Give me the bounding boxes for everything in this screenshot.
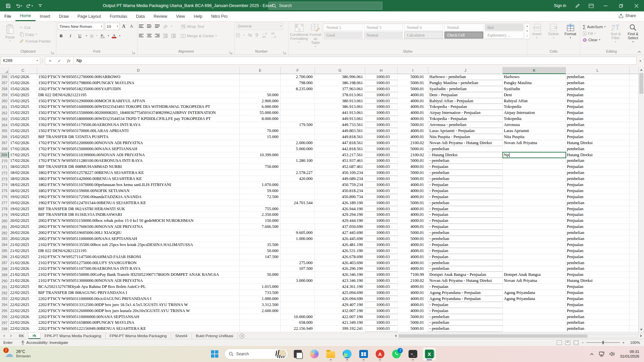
cell-F258[interactable]: 8.235.000 <box>281 86 315 92</box>
cell-F289[interactable] <box>281 272 315 278</box>
cell-E286[interactable]: 147.500 <box>240 254 281 260</box>
tray-chevron-up-icon[interactable] <box>590 353 594 356</box>
cell-D285[interactable]: DR 022 DENI/62821221195 <box>37 248 240 254</box>
row-header-277[interactable]: 277 <box>0 200 9 206</box>
cell-L283[interactable]: pembelian <box>566 236 630 242</box>
cell-I257[interactable]: 5000.01 <box>397 80 428 86</box>
cell-C297[interactable]: 22/02/2026 <box>9 320 37 326</box>
cell-E294[interactable]: 3.312.500 <box>240 302 281 308</box>
cell-J293[interactable]: Agung Priyandana - Penjualan <box>428 296 503 302</box>
column-header-d[interactable]: D <box>37 67 240 74</box>
taskbar-search-box[interactable]: Search <box>224 349 288 359</box>
cell-F279[interactable] <box>281 212 315 218</box>
network-icon[interactable] <box>599 352 605 357</box>
cell-F263[interactable] <box>281 116 315 122</box>
cell-C258[interactable]: 15/02/2026 <box>9 86 37 92</box>
cell-J285[interactable]: - Penjualan <box>428 248 503 254</box>
ribbon-tab-home[interactable]: Home <box>15 11 35 21</box>
cell-L291[interactable]: Penjualan <box>566 284 630 290</box>
cell-G292[interactable]: 425.094.690 <box>315 290 365 296</box>
cell-I280[interactable]: 4000.01 <box>397 218 428 224</box>
cell-H267[interactable]: 1000.03 <box>365 140 397 146</box>
normal-view-icon[interactable] <box>557 341 562 345</box>
cell-F265[interactable] <box>281 128 315 134</box>
cell-C287[interactable]: 21/02/2026 <box>9 260 37 266</box>
cell-K265[interactable]: Laras Apriamti <box>503 128 566 134</box>
cell-E285[interactable]: 50.000 <box>240 248 281 254</box>
cell-L281[interactable]: Penjualan <box>566 224 630 230</box>
alignment-dialog-launcher[interactable] <box>229 51 232 54</box>
cell-K261[interactable]: Tokopedia <box>503 104 566 110</box>
cell-G298[interactable]: 399.192.241 <box>315 326 365 332</box>
cell-D274[interactable]: 1802/FTSCY/WS950311070000.00pelunasan bo… <box>37 182 240 188</box>
cell-H278[interactable]: 1000.03 <box>365 206 397 212</box>
cell-E284[interactable]: 35.500 <box>240 242 281 248</box>
cell-C286[interactable]: 21/02/2025 <box>9 254 37 260</box>
cell-style-explanatory-[interactable]: Explanatory ... <box>485 32 524 39</box>
row-header-294[interactable]: 294 <box>0 302 9 308</box>
row-header-283[interactable]: 283 <box>0 236 9 242</box>
increase-decimal-icon[interactable]: ←.0.00 <box>261 32 267 39</box>
cell-E263[interactable]: 8.000.000 <box>240 116 281 122</box>
bold-button[interactable]: B <box>58 33 64 39</box>
cell-I267[interactable]: 2100.02 <box>397 140 428 146</box>
column-header-c[interactable]: C <box>9 67 37 74</box>
cell-G271[interactable]: 452.687.461 <box>315 164 365 170</box>
column-header-k[interactable]: K <box>503 67 566 74</box>
cell-D283[interactable]: 2002/FTSCY/WS950511000000.00NANA SEPTIAN… <box>37 236 240 242</box>
row-header-287[interactable]: 287 <box>0 260 9 266</box>
select-all-corner[interactable] <box>0 67 9 74</box>
autosum-button[interactable]: ∑AutoSum▾ <box>582 23 607 30</box>
copilot-button[interactable] <box>308 347 321 361</box>
cell-D272[interactable]: 1802/FTSCY/WS950512578227.00BENUA SEJAHT… <box>37 170 240 176</box>
cell-J265[interactable]: Laras Apriamti - Penjualan <box>428 128 503 134</box>
format-painter-button[interactable]: Format Painter <box>19 38 52 44</box>
cell-F287[interactable]: 275.000 <box>281 260 315 266</box>
cell-K269[interactable]: Np <box>503 152 566 158</box>
cell-K276[interactable] <box>503 194 566 200</box>
zoom-slider-knob[interactable] <box>602 341 604 344</box>
zoom-in-icon[interactable]: + <box>622 341 625 345</box>
page-break-view-icon[interactable] <box>574 341 579 345</box>
cell-L275[interactable]: Penjualan <box>566 188 630 194</box>
draw-pen-button[interactable] <box>571 0 584 11</box>
cell-I265[interactable]: 4000.01 <box>397 128 428 134</box>
row-header-284[interactable]: 284 <box>0 242 9 248</box>
cell-J262[interactable]: Airpay Internation - Penjualan <box>428 110 503 116</box>
cell-K298[interactable] <box>503 326 566 332</box>
cell-H269[interactable]: 1000.03 <box>365 152 397 158</box>
cell-J264[interactable]: Aeronusa - pembelian <box>428 122 503 128</box>
page-layout-view-icon[interactable] <box>565 341 570 345</box>
cell-H274[interactable]: 1000.03 <box>365 182 397 188</box>
new-sheet-button[interactable]: + <box>238 333 247 339</box>
weather-widget[interactable]: ☁2 26°C Berawan <box>0 350 31 358</box>
cell-L295[interactable]: Penjualan <box>566 308 630 314</box>
cell-G285[interactable]: 426.531.190 <box>315 248 365 254</box>
cell-F275[interactable] <box>281 188 315 194</box>
cell-L276[interactable]: Penjualan <box>566 194 630 200</box>
cell-I298[interactable]: 5000.01 <box>397 326 428 332</box>
cell-F262[interactable] <box>281 110 315 116</box>
cell-D282[interactable]: 2002/FTSCY/WS950519605000.00LI XIAOQIU <box>37 230 240 236</box>
cell-F297[interactable]: 658.000 <box>281 320 315 326</box>
cell-I296[interactable]: 5000.01 <box>397 314 428 320</box>
cell-C261[interactable]: 15/02/2025 <box>9 104 37 110</box>
cell-C266[interactable]: 15/02/2025 <box>9 134 37 140</box>
fill-button[interactable]: Fill▾ <box>582 31 607 36</box>
cell-D289[interactable]: 2102/FTSCY/WS9505150000.00GoPay Bank Tra… <box>37 272 240 278</box>
cell-I289[interactable]: 7100.99 <box>397 272 428 278</box>
cell-L286[interactable]: Penjualan <box>566 254 630 260</box>
cell-J273[interactable]: - pembelian <box>428 176 503 182</box>
sheet-tab-sheet4[interactable]: Sheet4 <box>171 333 192 339</box>
cell-H275[interactable]: 1000.03 <box>365 188 397 194</box>
cell-E297[interactable] <box>240 320 281 326</box>
cell-E298[interactable] <box>240 326 281 332</box>
cell-H266[interactable]: 1000.03 <box>365 134 397 140</box>
microsoft-store-button[interactable] <box>357 347 370 361</box>
cell-L273[interactable]: pembelian <box>566 176 630 182</box>
cell-C277[interactable]: 19/02/2026 <box>9 200 37 206</box>
cell-G282[interactable]: 427.445.690 <box>315 230 365 236</box>
cell-K281[interactable] <box>503 224 566 230</box>
cell-G263[interactable]: 449.913.061 <box>315 116 365 122</box>
cell-J266[interactable]: Nita Puspita - Penjualan <box>428 134 503 140</box>
